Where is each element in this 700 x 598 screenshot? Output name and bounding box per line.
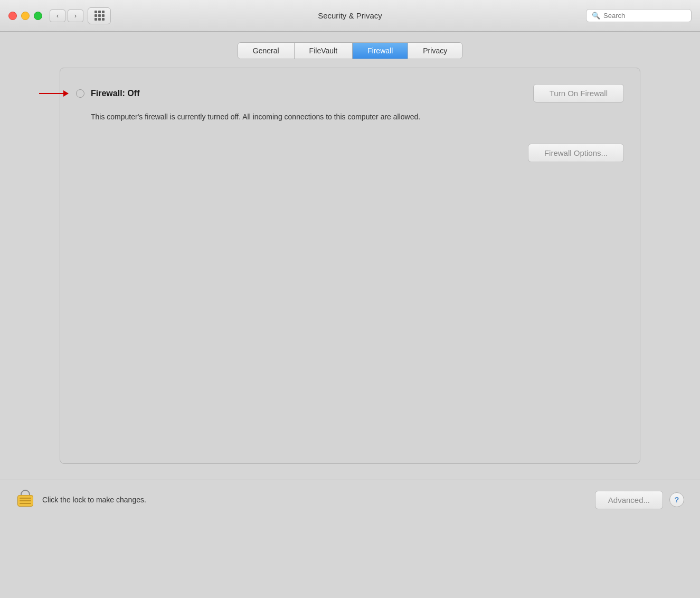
lock-icon[interactable] xyxy=(16,489,35,511)
arrow-line xyxy=(39,93,68,94)
search-box[interactable]: 🔍 xyxy=(586,9,692,22)
window-title: Security & Privacy xyxy=(318,11,382,20)
close-button[interactable] xyxy=(8,12,17,20)
tab-privacy[interactable]: Privacy xyxy=(408,43,462,59)
firewall-status-row: Firewall: Off Turn On Firewall xyxy=(76,84,624,102)
back-button[interactable]: ‹ xyxy=(50,10,65,22)
lock-stripes xyxy=(20,498,31,506)
lock-body xyxy=(17,495,33,507)
bottom-bar: Click the lock to make changes. Advanced… xyxy=(0,480,700,519)
tab-bar: General FileVault Firewall Privacy xyxy=(238,42,462,59)
firewall-options-button[interactable]: Firewall Options... xyxy=(528,144,624,162)
content-panel: Firewall: Off Turn On Firewall This comp… xyxy=(60,68,640,464)
tab-general[interactable]: General xyxy=(238,43,295,59)
main-content: General FileVault Firewall Privacy Firew… xyxy=(0,32,700,474)
minimize-button[interactable] xyxy=(21,12,30,20)
nav-buttons: ‹ › xyxy=(50,10,83,22)
tab-firewall[interactable]: Firewall xyxy=(353,43,408,59)
grid-view-button[interactable] xyxy=(88,7,111,24)
arrow-head xyxy=(63,90,69,97)
firewall-options-row: Firewall Options... xyxy=(76,144,624,162)
help-button[interactable]: ? xyxy=(669,492,684,507)
firewall-status-label: Firewall: Off xyxy=(91,89,139,98)
maximize-button[interactable] xyxy=(34,12,42,20)
advanced-button[interactable]: Advanced... xyxy=(595,491,663,509)
grid-icon xyxy=(94,11,105,21)
search-icon: 🔍 xyxy=(592,12,600,20)
tab-filevault[interactable]: FileVault xyxy=(295,43,353,59)
traffic-lights xyxy=(8,12,42,20)
arrow-annotation xyxy=(39,93,68,94)
search-input[interactable] xyxy=(603,12,686,20)
firewall-description: This computer's firewall is currently tu… xyxy=(91,111,513,123)
titlebar: ‹ › Security & Privacy 🔍 xyxy=(0,0,700,32)
lock-label: Click the lock to make changes. xyxy=(42,496,595,504)
forward-button[interactable]: › xyxy=(68,10,83,22)
status-indicator xyxy=(76,89,84,98)
turn-on-firewall-button[interactable]: Turn On Firewall xyxy=(533,84,624,102)
